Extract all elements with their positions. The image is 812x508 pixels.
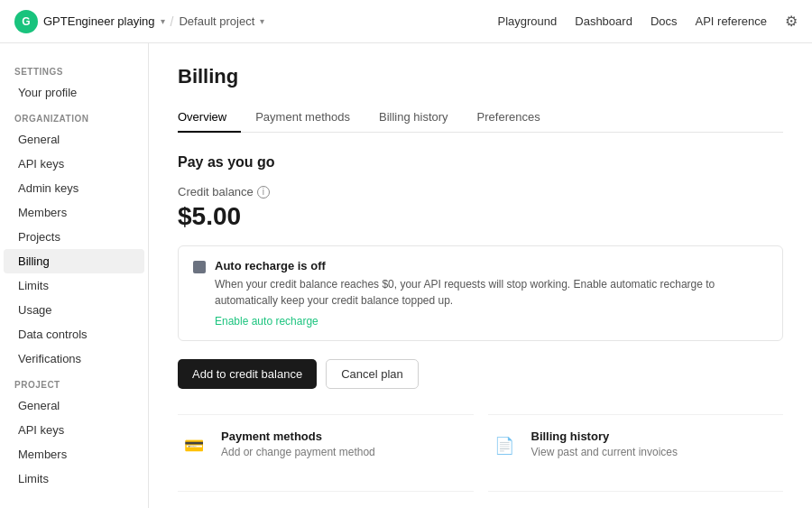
org-name[interactable]: GPTEngineer playing xyxy=(43,14,155,28)
credit-balance-label: Credit balance i xyxy=(178,185,783,199)
sidebar-item-admin-keys[interactable]: Admin keys xyxy=(4,176,144,200)
nav-api-reference[interactable]: API reference xyxy=(696,14,768,28)
payment-methods-title: Payment methods xyxy=(221,429,375,443)
payment-methods-card[interactable]: 💳 Payment methods Add or change payment … xyxy=(178,414,474,476)
sidebar-item-limits[interactable]: Limits xyxy=(4,273,144,298)
sidebar-item-general[interactable]: General xyxy=(4,127,144,152)
sidebar-item-proj-members[interactable]: Members xyxy=(4,442,144,466)
main-content: Billing Overview Payment methods Billing… xyxy=(149,43,812,508)
page-title: Billing xyxy=(178,65,783,88)
feature-cards-grid: 💳 Payment methods Add or change payment … xyxy=(178,414,783,508)
sidebar-item-projects[interactable]: Projects xyxy=(4,225,144,249)
sidebar-item-members[interactable]: Members xyxy=(4,200,144,225)
organization-section-label: ORGANIZATION xyxy=(0,105,148,127)
tabs-bar: Overview Payment methods Billing history… xyxy=(178,103,783,133)
sidebar-item-data-controls[interactable]: Data controls xyxy=(4,322,144,346)
sidebar-item-usage[interactable]: Usage xyxy=(4,298,144,322)
tab-payment-methods[interactable]: Payment methods xyxy=(241,103,364,133)
gear-icon[interactable]: ⚙ xyxy=(785,13,798,30)
separator: / xyxy=(171,14,174,29)
preferences-card[interactable]: ⚙️ Preferences Manage billing informatio… xyxy=(178,491,474,508)
tab-billing-history[interactable]: Billing history xyxy=(364,103,463,133)
sidebar-item-billing[interactable]: Billing xyxy=(4,249,144,273)
chevron-down-icon: ▾ xyxy=(260,16,264,26)
billing-history-card[interactable]: 📄 Billing history View past and current … xyxy=(488,414,784,476)
add-credit-button[interactable]: Add to credit balance xyxy=(178,359,317,389)
recharge-description: When your credit balance reaches $0, you… xyxy=(215,276,768,309)
usage-limits-card[interactable]: ⇅ Usage limits Set monthly spend limits xyxy=(488,491,784,508)
credit-amount: $5.00 xyxy=(178,202,783,231)
sidebar: SETTINGS Your profile ORGANIZATION Gener… xyxy=(0,43,149,508)
payment-methods-text: Payment methods Add or change payment me… xyxy=(221,429,375,458)
nav-dashboard[interactable]: Dashboard xyxy=(575,14,632,28)
nav-docs[interactable]: Docs xyxy=(651,14,678,28)
avatar: G xyxy=(14,10,38,33)
enable-auto-recharge-link[interactable]: Enable auto recharge xyxy=(215,315,318,328)
billing-history-title: Billing history xyxy=(531,429,678,443)
sidebar-item-proj-general[interactable]: General xyxy=(4,393,144,418)
layout: SETTINGS Your profile ORGANIZATION Gener… xyxy=(0,43,812,508)
sidebar-item-verifications[interactable]: Verifications xyxy=(4,346,144,371)
topnav-right: Playground Dashboard Docs API reference … xyxy=(497,13,798,30)
chevron-down-icon: ▾ xyxy=(161,16,165,26)
action-buttons: Add to credit balance Cancel plan xyxy=(178,359,783,389)
payment-methods-icon: 💳 xyxy=(178,429,210,462)
top-nav: G GPTEngineer playing ▾ / Default projec… xyxy=(0,0,812,43)
billing-history-desc: View past and current invoices xyxy=(531,446,678,458)
topnav-left: G GPTEngineer playing ▾ / Default projec… xyxy=(14,10,497,33)
tab-preferences[interactable]: Preferences xyxy=(463,103,555,133)
payment-methods-desc: Add or change payment method xyxy=(221,446,375,458)
billing-history-icon: 📄 xyxy=(488,429,521,462)
recharge-content: Auto recharge is off When your credit ba… xyxy=(215,259,768,328)
sidebar-item-your-profile[interactable]: Your profile xyxy=(4,80,144,105)
recharge-status-indicator xyxy=(193,261,206,273)
credit-info-icon[interactable]: i xyxy=(257,186,270,199)
nav-playground[interactable]: Playground xyxy=(497,14,557,28)
sidebar-item-proj-api-keys[interactable]: API keys xyxy=(4,418,144,442)
recharge-title: Auto recharge is off xyxy=(215,259,768,272)
billing-history-text: Billing history View past and current in… xyxy=(531,429,678,458)
recharge-notice-box: Auto recharge is off When your credit ba… xyxy=(178,245,783,341)
sidebar-item-api-keys[interactable]: API keys xyxy=(4,152,144,176)
sidebar-item-proj-limits[interactable]: Limits xyxy=(4,466,144,491)
project-name[interactable]: Default project xyxy=(179,14,254,28)
tab-overview[interactable]: Overview xyxy=(178,103,241,133)
section-title: Pay as you go xyxy=(178,154,783,171)
cancel-plan-button[interactable]: Cancel plan xyxy=(326,359,419,389)
settings-section-label: SETTINGS xyxy=(0,58,148,80)
project-section-label: PROJECT xyxy=(0,371,148,393)
